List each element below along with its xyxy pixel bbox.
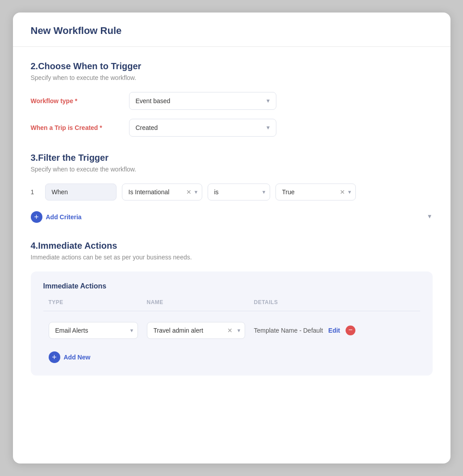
section-filter: 3.Filter the Trigger Specify when to exe… <box>31 153 433 225</box>
actions-table-header: TYPE NAME DETAILS <box>43 299 420 311</box>
immediate-actions-box: Immediate Actions TYPE NAME DETAILS Emai… <box>31 271 433 376</box>
action-name-clear-button[interactable]: ✕ <box>227 327 233 334</box>
action-remove-button[interactable]: − <box>346 326 355 335</box>
filter-value-wrapper: True ✕ ▼ <box>275 184 356 200</box>
section-actions-title: 4.Immediate Actions <box>31 241 433 251</box>
filter-row-number: 1 <box>31 188 40 196</box>
add-criteria-button[interactable]: + Add Criteria <box>31 209 82 225</box>
add-new-label: Add New <box>64 354 91 361</box>
action-template-name: Template Name - Default <box>254 327 323 334</box>
col-name-header: NAME <box>147 299 245 305</box>
main-card: New Workflow Rule 2.Choose When to Trigg… <box>13 13 450 463</box>
workflow-type-label: Workflow type * <box>31 97 120 104</box>
add-new-plus-icon: + <box>49 351 60 363</box>
filter-condition-input[interactable] <box>45 184 117 200</box>
section-trigger-subtitle: Specify when to execute the workflow. <box>31 74 433 81</box>
filter-operator-wrapper: is ▼ <box>208 184 270 200</box>
page-title: New Workflow Rule <box>31 25 433 37</box>
add-new-button[interactable]: + Add New <box>43 346 96 365</box>
trip-created-row: When a Trip is Created * Created ▼ <box>31 119 433 137</box>
filter-field-wrapper: Is International ✕ ▼ <box>122 184 202 200</box>
section-trigger-title: 2.Choose When to Trigger <box>31 61 433 71</box>
action-row-1: Email Alerts ▼ Travel admin alert ✕ ▼ Te… <box>43 318 420 342</box>
filter-value-clear-button[interactable]: ✕ <box>340 188 345 196</box>
immediate-actions-box-title: Immediate Actions <box>43 282 420 290</box>
section-filter-title: 3.Filter the Trigger <box>31 153 433 163</box>
add-new-row: + Add New <box>43 346 420 365</box>
add-criteria-plus-icon: + <box>31 211 42 223</box>
trip-created-label: When a Trip is Created * <box>31 124 120 131</box>
trip-created-select[interactable]: Created <box>129 119 276 137</box>
col-details-header: DETAILS <box>254 299 415 305</box>
criteria-dropdown-icon: ▼ <box>427 213 433 220</box>
workflow-type-select-wrapper: Event based ▼ <box>129 92 276 110</box>
workflow-type-select[interactable]: Event based <box>129 92 276 110</box>
section-actions-subtitle: Immediate actions can be set as per your… <box>31 254 433 261</box>
action-name-wrapper: Travel admin alert ✕ ▼ <box>147 322 245 339</box>
action-edit-link[interactable]: Edit <box>328 327 340 334</box>
section-trigger: 2.Choose When to Trigger Specify when to… <box>31 61 433 137</box>
add-criteria-label: Add Criteria <box>46 213 82 221</box>
action-type-wrapper: Email Alerts ▼ <box>49 322 138 339</box>
card-body: 2.Choose When to Trigger Specify when to… <box>13 47 450 406</box>
filter-field-clear-button[interactable]: ✕ <box>186 188 192 196</box>
col-type-header: TYPE <box>49 299 138 305</box>
workflow-type-row: Workflow type * Event based ▼ <box>31 92 433 110</box>
action-type-select[interactable]: Email Alerts <box>49 322 138 339</box>
card-header: New Workflow Rule <box>13 13 450 47</box>
filter-criteria-row: 1 Is International ✕ ▼ is ▼ <box>31 184 433 200</box>
section-immediate-actions: 4.Immediate Actions Immediate actions ca… <box>31 241 433 376</box>
action-details: Template Name - Default Edit − <box>254 326 415 335</box>
filter-operator-select[interactable]: is <box>208 184 270 200</box>
section-filter-subtitle: Specify when to execute the workflow. <box>31 166 433 173</box>
trip-created-select-wrapper: Created ▼ <box>129 119 276 137</box>
